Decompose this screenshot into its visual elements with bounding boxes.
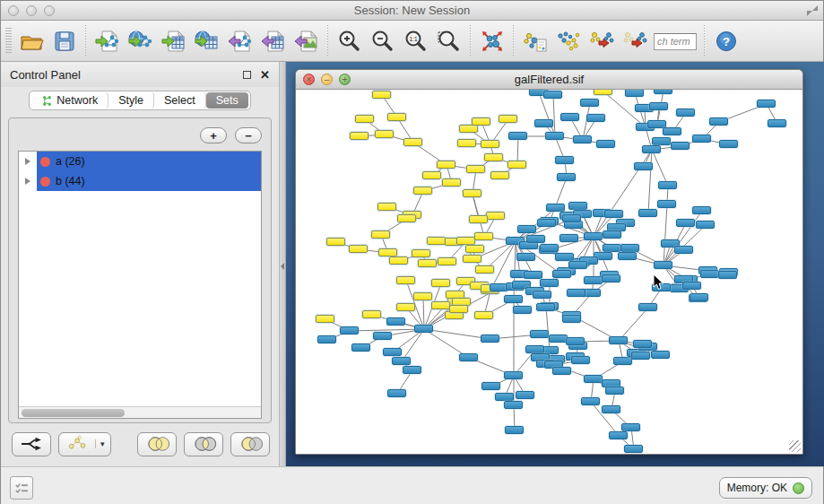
venn-intersection-button[interactable] <box>184 432 223 456</box>
graph-node-yellow[interactable] <box>469 215 488 223</box>
graph-node-blue[interactable] <box>663 127 681 135</box>
export-network-button[interactable] <box>223 25 256 57</box>
network-frame[interactable]: × – + galFiltered.sif <box>295 69 803 455</box>
zoom-fit-button[interactable]: 1:1 <box>399 25 432 57</box>
set-row[interactable]: b (44) <box>19 171 261 191</box>
graph-node-yellow[interactable] <box>377 203 396 211</box>
graph-node-blue[interactable] <box>559 234 578 242</box>
graph-node-blue[interactable] <box>621 423 640 431</box>
graph-node-blue[interactable] <box>602 274 620 282</box>
graph-node-blue[interactable] <box>631 352 650 360</box>
network-canvas[interactable] <box>296 90 802 454</box>
graph-node-blue[interactable] <box>567 289 585 297</box>
graph-node-blue[interactable] <box>386 317 405 326</box>
graph-node-blue[interactable] <box>568 261 587 269</box>
graph-node-blue[interactable] <box>392 357 411 365</box>
graph-node-blue[interactable] <box>605 387 624 395</box>
graph-node-blue[interactable] <box>543 91 562 99</box>
graph-node-blue[interactable] <box>383 348 402 356</box>
graph-node-yellow[interactable] <box>371 230 390 239</box>
export-table-button[interactable] <box>256 25 290 57</box>
graph-node-blue[interactable] <box>536 303 555 311</box>
graph-node-blue[interactable] <box>571 356 590 364</box>
graph-node-yellow[interactable] <box>431 301 450 309</box>
graph-node-blue[interactable] <box>634 162 653 170</box>
difference-networks-button[interactable] <box>551 25 585 57</box>
graph-node-yellow[interactable] <box>362 310 381 318</box>
graph-node-blue[interactable] <box>414 325 433 333</box>
add-set-button[interactable]: + <box>200 127 227 143</box>
graph-node-yellow[interactable] <box>463 189 481 197</box>
graph-node-blue[interactable] <box>495 393 514 401</box>
graph-node-yellow[interactable] <box>418 259 437 267</box>
graph-node-yellow[interactable] <box>457 139 476 147</box>
graph-node-blue[interactable] <box>546 204 565 212</box>
graph-node-blue[interactable] <box>718 271 737 279</box>
graph-node-blue[interactable] <box>638 209 657 217</box>
zoom-selected-button[interactable] <box>432 25 465 57</box>
graph-node-yellow[interactable] <box>490 171 509 179</box>
graph-node-blue[interactable] <box>657 200 676 208</box>
merge-networks-alt-button[interactable] <box>618 25 651 57</box>
expand-icon[interactable] <box>807 5 818 16</box>
graph-node-blue[interactable] <box>481 335 499 343</box>
set-row-body[interactable]: b (44) <box>37 171 261 191</box>
graph-node-blue[interactable] <box>504 295 523 303</box>
dropdown-arrow-icon[interactable]: ▾ <box>95 439 105 448</box>
graph-node-blue[interactable] <box>719 140 738 148</box>
import-network-web-button[interactable] <box>124 25 157 57</box>
network-frame-titlebar[interactable]: × – + galFiltered.sif <box>296 70 802 90</box>
graph-node-blue[interactable] <box>700 270 719 278</box>
graph-node-blue[interactable] <box>692 135 711 143</box>
graph-node-blue[interactable] <box>618 252 637 260</box>
graph-node-blue[interactable] <box>504 371 523 379</box>
split-sets-button[interactable] <box>12 432 51 456</box>
expand-triangle-icon[interactable] <box>19 158 37 165</box>
graph-node-blue[interactable] <box>516 253 535 261</box>
graph-node-blue[interactable] <box>625 90 644 97</box>
graph-node-blue[interactable] <box>540 244 559 252</box>
graph-node-blue[interactable] <box>609 336 628 344</box>
collapse-arrow-icon[interactable] <box>281 263 284 270</box>
remove-set-button[interactable]: − <box>235 127 262 143</box>
graph-node-yellow[interactable] <box>481 140 499 148</box>
graph-node-blue[interactable] <box>552 270 571 278</box>
graph-node-blue[interactable] <box>586 114 605 122</box>
graph-node-blue[interactable] <box>692 206 711 214</box>
graph-node-blue[interactable] <box>584 276 603 284</box>
zoom-out-button[interactable] <box>366 25 399 57</box>
graph-node-blue[interactable] <box>403 366 421 374</box>
panel-divider[interactable] <box>279 62 286 466</box>
import-table-web-button[interactable] <box>190 25 223 57</box>
graph-node-blue[interactable] <box>633 340 652 348</box>
save-session-button[interactable] <box>48 25 81 57</box>
graph-node-blue[interactable] <box>613 357 632 365</box>
graph-node-blue[interactable] <box>533 291 551 299</box>
tab-select[interactable]: Select <box>154 92 206 109</box>
graph-node-blue[interactable] <box>555 253 574 261</box>
import-network-file-button[interactable] <box>91 25 124 57</box>
graph-node-blue[interactable] <box>568 202 587 210</box>
graph-node-blue[interactable] <box>530 330 549 338</box>
graph-node-blue[interactable] <box>517 225 536 233</box>
open-session-button[interactable] <box>14 25 48 57</box>
graph-node-blue[interactable] <box>676 109 695 117</box>
graph-node-blue[interactable] <box>557 173 576 181</box>
graph-node-yellow[interactable] <box>474 232 493 240</box>
graph-node-blue[interactable] <box>524 271 542 279</box>
graph-node-yellow[interactable] <box>378 248 397 256</box>
graph-node-yellow[interactable] <box>431 279 450 287</box>
graph-node-blue[interactable] <box>757 100 776 108</box>
graph-node-yellow[interactable] <box>449 305 468 313</box>
graph-node-blue[interactable] <box>649 102 668 110</box>
graph-node-blue[interactable] <box>526 235 545 243</box>
search-input[interactable] <box>654 33 697 50</box>
graph-node-blue[interactable] <box>696 221 715 229</box>
graph-node-yellow[interactable] <box>412 249 430 257</box>
set-row-body[interactable]: a (26) <box>37 152 261 171</box>
graph-node-blue[interactable] <box>549 335 568 343</box>
graph-node-yellow[interactable] <box>499 115 517 123</box>
graph-node-blue[interactable] <box>602 405 620 413</box>
graph-node-yellow[interactable] <box>413 187 432 195</box>
graph-node-blue[interactable] <box>674 246 693 254</box>
